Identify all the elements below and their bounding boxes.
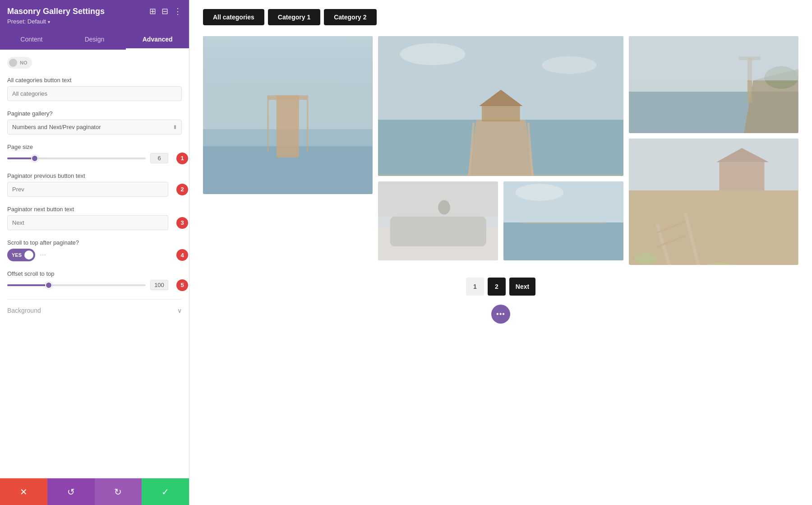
- dots-container: •••: [203, 305, 798, 324]
- all-categories-input[interactable]: [7, 86, 182, 101]
- svg-point-15: [400, 43, 465, 65]
- toggle-yes-circle: [24, 250, 33, 259]
- page-size-field: Page size 6 1: [7, 144, 182, 163]
- page-size-value: 6: [150, 153, 168, 163]
- gallery-item: [378, 36, 624, 176]
- save-button[interactable]: ✓: [142, 478, 189, 505]
- tab-content[interactable]: Content: [0, 30, 63, 50]
- page-size-label: Page size: [7, 144, 182, 150]
- gallery-item: [203, 36, 373, 194]
- toggle-no-label: NO: [20, 60, 28, 65]
- svg-rect-21: [390, 217, 486, 247]
- offset-scroll-field: Offset scroll to top 100 5: [7, 270, 182, 290]
- scroll-top-info-icon[interactable]: ⋯: [40, 251, 46, 259]
- all-categories-label: All categories button text: [7, 77, 182, 83]
- paginator: 1 2 Next: [203, 278, 798, 296]
- paginator-next-field: Paginator next button text 3: [7, 206, 182, 230]
- paginator-prev-label: Paginator previous button text: [7, 172, 182, 179]
- toggle-yes-label: YES: [12, 252, 22, 258]
- collapse-icon[interactable]: ⊟: [161, 6, 168, 16]
- gallery-col-mid: [378, 36, 624, 265]
- offset-scroll-slider-fill: [7, 284, 49, 286]
- redo-button[interactable]: ↻: [95, 478, 142, 505]
- dots-button[interactable]: •••: [491, 305, 510, 324]
- cat-all-btn[interactable]: All categories: [203, 9, 264, 25]
- toggle-yes[interactable]: YES: [7, 249, 35, 261]
- toggle-no[interactable]: NO: [7, 57, 32, 69]
- sidebar-title: Masonry Gallery Settings: [7, 7, 105, 16]
- gallery-col-right: [629, 36, 798, 265]
- paginator-prev-input[interactable]: [7, 182, 168, 197]
- page-2-button[interactable]: 2: [488, 278, 506, 296]
- svg-rect-14: [482, 106, 520, 121]
- svg-point-16: [542, 56, 596, 74]
- paginator-next-input[interactable]: [7, 215, 168, 230]
- next-page-button[interactable]: Next: [509, 278, 535, 296]
- tab-advanced[interactable]: Advanced: [126, 30, 189, 50]
- background-label: Background: [7, 307, 41, 314]
- offset-scroll-label: Offset scroll to top: [7, 270, 182, 277]
- toggle-circle: [9, 59, 17, 67]
- scroll-top-label: Scroll to top after paginate?: [7, 239, 182, 246]
- tab-design[interactable]: Design: [63, 30, 126, 50]
- all-categories-field: All categories button text: [7, 77, 182, 101]
- menu-icon[interactable]: ⋮: [174, 6, 182, 16]
- masonry-gallery: [203, 36, 798, 265]
- gallery-image-4: [503, 181, 623, 260]
- gallery-item: [378, 181, 498, 260]
- page-size-slider-row: 6 1: [7, 153, 182, 163]
- undo-button[interactable]: ↺: [47, 478, 95, 505]
- gallery-bottom-pair: [378, 181, 624, 260]
- category-bar: All categories Category 1 Category 2: [203, 9, 798, 25]
- expand-icon[interactable]: ⊞: [149, 6, 156, 16]
- svg-rect-7: [203, 36, 373, 107]
- paginate-select-wrapper: Numbers and Next/Prev paginator: [7, 120, 182, 134]
- page-1-button[interactable]: 1: [466, 278, 484, 296]
- sidebar-tabs: Content Design Advanced: [0, 30, 189, 50]
- svg-rect-22: [378, 181, 498, 217]
- svg-point-23: [438, 200, 450, 215]
- offset-scroll-slider-thumb[interactable]: [45, 282, 52, 289]
- scroll-top-badge: 4: [176, 249, 188, 261]
- svg-rect-25: [503, 222, 623, 260]
- paginator-next-badge: 3: [176, 217, 188, 229]
- chevron-down-icon: ∨: [177, 307, 182, 314]
- gallery-item: [629, 36, 798, 133]
- scroll-top-toggle-row: YES ⋯ 4: [7, 249, 182, 261]
- gallery-item: [629, 139, 798, 265]
- svg-point-28: [516, 184, 564, 201]
- svg-rect-17: [378, 174, 624, 176]
- header-icons: ⊞ ⊟ ⋮: [149, 6, 182, 16]
- offset-scroll-badge: 5: [176, 279, 188, 291]
- paginate-field: Paginate gallery? Numbers and Next/Prev …: [7, 110, 182, 134]
- sidebar-bottom-bar: ✕ ↺ ↻ ✓: [0, 478, 189, 505]
- page-size-slider-fill: [7, 158, 35, 159]
- sidebar-header: Masonry Gallery Settings ⊞ ⊟ ⋮ Preset: D…: [0, 0, 189, 30]
- preset-label[interactable]: Preset: Default ▾: [7, 18, 182, 25]
- page-size-badge: 1: [176, 153, 188, 164]
- sidebar: Masonry Gallery Settings ⊞ ⊟ ⋮ Preset: D…: [0, 0, 189, 505]
- cat-1-btn[interactable]: Category 1: [268, 9, 320, 25]
- paginator-prev-badge: 2: [176, 184, 188, 195]
- svg-rect-38: [720, 162, 765, 190]
- sidebar-scrollable-content: NO All categories button text Paginate g…: [0, 50, 189, 478]
- preset-arrow-icon: ▾: [48, 19, 50, 24]
- gallery-image-2: [378, 36, 624, 176]
- background-section[interactable]: Background ∨: [7, 299, 182, 319]
- svg-rect-35: [629, 36, 798, 80]
- paginate-label: Paginate gallery?: [7, 110, 182, 117]
- main-content: All categories Category 1 Category 2: [189, 0, 812, 505]
- paginator-next-label: Paginator next button text: [7, 206, 182, 213]
- gallery-image-3: [378, 181, 498, 260]
- cat-2-btn[interactable]: Category 2: [324, 9, 376, 25]
- page-size-slider-track: [7, 158, 146, 159]
- svg-marker-10: [465, 120, 536, 176]
- cancel-button[interactable]: ✕: [0, 478, 47, 505]
- gallery-image-1: [203, 36, 373, 194]
- offset-scroll-value: 100: [150, 280, 168, 290]
- paginate-select[interactable]: Numbers and Next/Prev paginator: [7, 120, 182, 134]
- paginator-prev-field: Paginator previous button text 2: [7, 172, 182, 197]
- toggle-no-row: NO: [7, 57, 182, 69]
- page-size-slider-thumb[interactable]: [31, 155, 38, 162]
- scroll-top-field: Scroll to top after paginate? YES ⋯ 4: [7, 239, 182, 261]
